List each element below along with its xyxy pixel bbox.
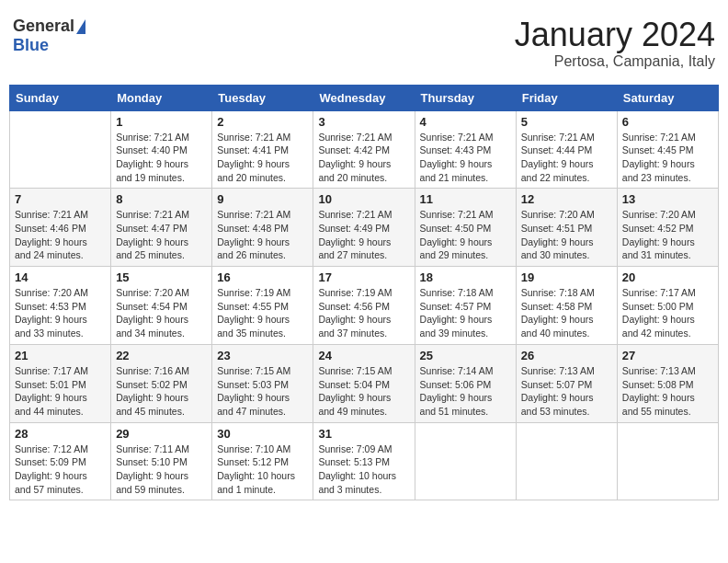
calendar-cell: 16Sunrise: 7:19 AM Sunset: 4:55 PM Dayli…: [212, 267, 313, 345]
day-number: 28: [15, 427, 106, 441]
day-number: 12: [521, 192, 612, 206]
day-number: 20: [622, 270, 713, 284]
calendar-cell: 6Sunrise: 7:21 AM Sunset: 4:45 PM Daylig…: [617, 110, 718, 189]
calendar-week-row: 14Sunrise: 7:20 AM Sunset: 4:53 PM Dayli…: [10, 267, 719, 345]
day-number: 8: [116, 192, 207, 206]
title-area: January 2024 Pertosa, Campania, Italy: [515, 17, 715, 70]
main-title: January 2024: [515, 17, 715, 53]
day-number: 7: [15, 192, 106, 206]
day-number: 2: [217, 115, 308, 129]
day-info: Sunrise: 7:20 AM Sunset: 4:52 PM Dayligh…: [622, 208, 713, 262]
logo-blue-text: Blue: [13, 36, 49, 55]
calendar-cell: 24Sunrise: 7:15 AM Sunset: 5:04 PM Dayli…: [313, 344, 415, 422]
day-number: 6: [622, 115, 713, 129]
day-info: Sunrise: 7:10 AM Sunset: 5:12 PM Dayligh…: [217, 442, 308, 497]
calendar-cell: 1Sunrise: 7:21 AM Sunset: 4:40 PM Daylig…: [111, 110, 212, 189]
weekday-header-friday: Friday: [516, 85, 617, 110]
day-info: Sunrise: 7:19 AM Sunset: 4:56 PM Dayligh…: [318, 286, 409, 340]
calendar-cell: 12Sunrise: 7:20 AM Sunset: 4:51 PM Dayli…: [516, 189, 617, 267]
calendar-cell: [617, 422, 718, 500]
calendar-cell: 5Sunrise: 7:21 AM Sunset: 4:44 PM Daylig…: [516, 110, 617, 189]
day-info: Sunrise: 7:11 AM Sunset: 5:10 PM Dayligh…: [116, 442, 207, 497]
day-info: Sunrise: 7:21 AM Sunset: 4:40 PM Dayligh…: [116, 131, 207, 185]
day-info: Sunrise: 7:16 AM Sunset: 5:02 PM Dayligh…: [116, 364, 207, 419]
calendar-cell: 27Sunrise: 7:13 AM Sunset: 5:08 PM Dayli…: [617, 344, 718, 422]
day-info: Sunrise: 7:18 AM Sunset: 4:58 PM Dayligh…: [521, 286, 612, 340]
day-info: Sunrise: 7:21 AM Sunset: 4:42 PM Dayligh…: [318, 131, 409, 185]
day-number: 11: [420, 192, 511, 206]
day-info: Sunrise: 7:20 AM Sunset: 4:54 PM Dayligh…: [116, 286, 207, 340]
day-info: Sunrise: 7:21 AM Sunset: 4:49 PM Dayligh…: [318, 208, 409, 262]
day-info: Sunrise: 7:17 AM Sunset: 5:00 PM Dayligh…: [622, 286, 713, 340]
day-info: Sunrise: 7:13 AM Sunset: 5:08 PM Dayligh…: [622, 364, 713, 419]
day-number: 18: [420, 270, 511, 284]
day-number: 31: [318, 427, 409, 441]
day-number: 10: [318, 192, 409, 206]
day-number: 3: [318, 115, 409, 129]
day-info: Sunrise: 7:13 AM Sunset: 5:07 PM Dayligh…: [521, 364, 612, 419]
day-info: Sunrise: 7:21 AM Sunset: 4:50 PM Dayligh…: [420, 208, 511, 262]
calendar-cell: 22Sunrise: 7:16 AM Sunset: 5:02 PM Dayli…: [111, 344, 212, 422]
day-info: Sunrise: 7:21 AM Sunset: 4:44 PM Dayligh…: [521, 131, 612, 185]
weekday-header-monday: Monday: [111, 85, 212, 110]
day-info: Sunrise: 7:21 AM Sunset: 4:45 PM Dayligh…: [622, 131, 713, 185]
day-info: Sunrise: 7:19 AM Sunset: 4:55 PM Dayligh…: [217, 286, 308, 340]
day-info: Sunrise: 7:15 AM Sunset: 5:04 PM Dayligh…: [318, 364, 409, 419]
day-info: Sunrise: 7:20 AM Sunset: 4:53 PM Dayligh…: [15, 286, 106, 340]
calendar-cell: 23Sunrise: 7:15 AM Sunset: 5:03 PM Dayli…: [212, 344, 313, 422]
day-number: 13: [622, 192, 713, 206]
day-number: 23: [217, 349, 308, 362]
calendar-cell: [10, 110, 111, 189]
calendar-cell: 9Sunrise: 7:21 AM Sunset: 4:48 PM Daylig…: [212, 189, 313, 267]
calendar-cell: 8Sunrise: 7:21 AM Sunset: 4:47 PM Daylig…: [111, 189, 212, 267]
calendar-cell: 18Sunrise: 7:18 AM Sunset: 4:57 PM Dayli…: [415, 267, 516, 345]
day-number: 25: [420, 349, 511, 362]
day-info: Sunrise: 7:21 AM Sunset: 4:46 PM Dayligh…: [15, 208, 106, 262]
day-number: 26: [521, 349, 612, 362]
day-info: Sunrise: 7:09 AM Sunset: 5:13 PM Dayligh…: [318, 442, 409, 497]
day-number: 9: [217, 192, 308, 206]
day-info: Sunrise: 7:12 AM Sunset: 5:09 PM Dayligh…: [15, 442, 106, 497]
day-number: 14: [15, 270, 106, 284]
calendar-cell: 3Sunrise: 7:21 AM Sunset: 4:42 PM Daylig…: [313, 110, 415, 189]
calendar-cell: 15Sunrise: 7:20 AM Sunset: 4:54 PM Dayli…: [111, 267, 212, 345]
calendar-cell: 2Sunrise: 7:21 AM Sunset: 4:41 PM Daylig…: [212, 110, 313, 189]
weekday-header-tuesday: Tuesday: [212, 85, 313, 110]
day-info: Sunrise: 7:21 AM Sunset: 4:47 PM Dayligh…: [116, 208, 207, 262]
day-number: 4: [420, 115, 511, 129]
calendar-cell: [516, 422, 617, 500]
calendar-cell: 19Sunrise: 7:18 AM Sunset: 4:58 PM Dayli…: [516, 267, 617, 345]
calendar-cell: 11Sunrise: 7:21 AM Sunset: 4:50 PM Dayli…: [415, 189, 516, 267]
calendar-cell: 10Sunrise: 7:21 AM Sunset: 4:49 PM Dayli…: [313, 189, 415, 267]
weekday-header-sunday: Sunday: [10, 85, 111, 110]
day-info: Sunrise: 7:21 AM Sunset: 4:41 PM Dayligh…: [217, 131, 308, 185]
day-number: 29: [116, 427, 207, 441]
calendar-cell: 4Sunrise: 7:21 AM Sunset: 4:43 PM Daylig…: [415, 110, 516, 189]
day-number: 21: [15, 349, 106, 362]
calendar-week-row: 1Sunrise: 7:21 AM Sunset: 4:40 PM Daylig…: [10, 110, 719, 189]
day-number: 19: [521, 270, 612, 284]
day-info: Sunrise: 7:14 AM Sunset: 5:06 PM Dayligh…: [420, 364, 511, 419]
calendar-cell: 21Sunrise: 7:17 AM Sunset: 5:01 PM Dayli…: [10, 344, 111, 422]
calendar-cell: 13Sunrise: 7:20 AM Sunset: 4:52 PM Dayli…: [617, 189, 718, 267]
calendar-cell: 26Sunrise: 7:13 AM Sunset: 5:07 PM Dayli…: [516, 344, 617, 422]
day-number: 17: [318, 270, 409, 284]
calendar-cell: 29Sunrise: 7:11 AM Sunset: 5:10 PM Dayli…: [111, 422, 212, 500]
day-info: Sunrise: 7:21 AM Sunset: 4:48 PM Dayligh…: [217, 208, 308, 262]
day-number: 27: [622, 349, 713, 362]
calendar-cell: 25Sunrise: 7:14 AM Sunset: 5:06 PM Dayli…: [415, 344, 516, 422]
logo-general-text: General: [13, 17, 74, 36]
calendar-cell: 31Sunrise: 7:09 AM Sunset: 5:13 PM Dayli…: [313, 422, 415, 500]
day-number: 24: [318, 349, 409, 362]
weekday-header-wednesday: Wednesday: [313, 85, 415, 110]
logo-triangle-icon: [76, 19, 85, 34]
header: General Blue January 2024 Pertosa, Campa…: [9, 9, 719, 77]
calendar-table: SundayMondayTuesdayWednesdayThursdayFrid…: [9, 85, 719, 501]
calendar-cell: [415, 422, 516, 500]
calendar-header-row: SundayMondayTuesdayWednesdayThursdayFrid…: [10, 85, 719, 110]
calendar-cell: 28Sunrise: 7:12 AM Sunset: 5:09 PM Dayli…: [10, 422, 111, 500]
weekday-header-thursday: Thursday: [415, 85, 516, 110]
day-info: Sunrise: 7:21 AM Sunset: 4:43 PM Dayligh…: [420, 131, 511, 185]
day-number: 15: [116, 270, 207, 284]
day-number: 1: [116, 115, 207, 129]
